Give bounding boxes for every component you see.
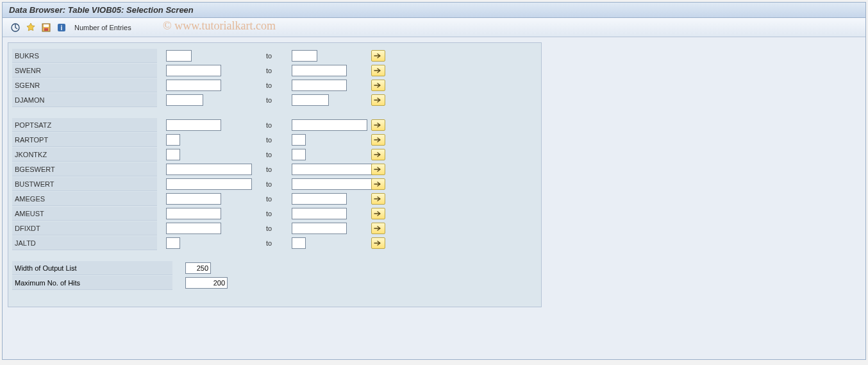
to-label: to (266, 52, 292, 60)
selection-row: BGESWERTto (12, 162, 537, 176)
to-label: to (266, 151, 292, 158)
field-label: JKONTKZ (12, 148, 157, 162)
app-window: Data Browser: Table VIOB05: Selection Sc… (2, 2, 866, 360)
selection-row: RARTOPTto (12, 132, 537, 147)
selection-group-1: BUKRStoSWENRtoSGENRtoDJAMONto (12, 48, 537, 107)
selection-row: JKONTKZto (12, 147, 537, 162)
multiple-selection-button[interactable] (371, 65, 385, 76)
to-label: to (266, 67, 292, 74)
field-label: POPTSATZ (12, 118, 157, 132)
multiple-selection-button[interactable] (371, 119, 385, 131)
selection-row: DJAMONto (12, 92, 537, 107)
selection-row: SWENRto (12, 63, 537, 78)
save-icon[interactable] (40, 21, 53, 34)
page-title: Data Browser: Table VIOB05: Selection Sc… (9, 5, 194, 15)
to-input[interactable] (292, 193, 347, 205)
to-label: to (266, 96, 292, 104)
field-label: BUKRS (12, 49, 157, 63)
title-bar: Data Browser: Table VIOB05: Selection Sc… (3, 3, 865, 18)
to-input[interactable] (292, 149, 306, 160)
to-label: to (266, 210, 292, 217)
hits-input[interactable] (185, 277, 228, 289)
to-input[interactable] (292, 50, 317, 62)
from-input[interactable] (166, 223, 221, 234)
to-label: to (266, 121, 292, 129)
selection-row: AMEGESto (12, 191, 537, 206)
multiple-selection-button[interactable] (371, 80, 385, 91)
to-input[interactable] (292, 208, 347, 219)
from-input[interactable] (166, 80, 221, 91)
width-row: Width of Output List (12, 260, 537, 275)
content-area: BUKRStoSWENRtoSGENRtoDJAMONto POPTSATZto… (3, 37, 865, 312)
from-input[interactable] (166, 134, 180, 146)
multiple-selection-button[interactable] (371, 50, 385, 62)
svg-rect-2 (44, 24, 49, 27)
to-label: to (266, 239, 292, 247)
multiple-selection-button[interactable] (371, 94, 385, 106)
selection-group-2: POPTSATZtoRARTOPTtoJKONTKZtoBGESWERTtoBU… (12, 117, 537, 250)
multiple-selection-button[interactable] (371, 178, 385, 190)
to-label: to (266, 166, 292, 173)
multiple-selection-button[interactable] (371, 208, 385, 219)
multiple-selection-button[interactable] (371, 149, 385, 160)
selection-row: DFIXDTto (12, 221, 537, 235)
from-input[interactable] (166, 164, 252, 175)
from-input[interactable] (166, 65, 221, 76)
to-label: to (266, 195, 292, 203)
width-input[interactable] (185, 262, 211, 274)
to-label: to (266, 81, 292, 89)
to-input[interactable] (292, 178, 378, 190)
watermark-text: © www.tutorialkart.com (163, 19, 276, 33)
to-label: to (266, 136, 292, 144)
selection-panel: BUKRStoSWENRtoSGENRtoDJAMONto POPTSATZto… (8, 42, 542, 307)
output-options-group: Width of Output List Maximum No. of Hits (12, 260, 537, 290)
field-label: DJAMON (12, 93, 157, 107)
info-icon[interactable]: i (55, 21, 68, 34)
multiple-selection-button[interactable] (371, 237, 385, 249)
selection-row: BUSTWERTto (12, 176, 537, 191)
variant-icon[interactable] (24, 21, 37, 34)
to-label: to (266, 225, 292, 232)
from-input[interactable] (166, 119, 221, 131)
field-label: BGESWERT (12, 162, 157, 176)
from-input[interactable] (166, 50, 192, 62)
from-input[interactable] (166, 237, 180, 249)
to-input[interactable] (292, 80, 347, 91)
field-label: DFIXDT (12, 221, 157, 235)
svg-text:i: i (61, 24, 63, 31)
execute-icon[interactable] (9, 21, 22, 34)
hits-label: Maximum No. of Hits (12, 276, 172, 290)
field-label: SGENR (12, 78, 157, 92)
field-label: SWENR (12, 64, 157, 78)
to-label: to (266, 180, 292, 188)
from-input[interactable] (166, 193, 221, 205)
hits-row: Maximum No. of Hits (12, 275, 537, 290)
toolbar: i Number of Entries © www.tutorialkart.c… (3, 18, 865, 37)
selection-row: AMEUSTto (12, 206, 537, 221)
field-label: AMEGES (12, 192, 157, 206)
width-label: Width of Output List (12, 261, 172, 275)
multiple-selection-button[interactable] (371, 223, 385, 234)
selection-row: POPTSATZto (12, 117, 537, 132)
svg-rect-3 (44, 28, 48, 31)
number-of-entries-button[interactable]: Number of Entries (74, 24, 131, 31)
multiple-selection-button[interactable] (371, 193, 385, 205)
to-input[interactable] (292, 237, 306, 249)
from-input[interactable] (166, 178, 252, 190)
field-label: JALTD (12, 236, 157, 250)
to-input[interactable] (292, 65, 347, 76)
from-input[interactable] (166, 149, 180, 160)
to-input[interactable] (292, 119, 367, 131)
to-input[interactable] (292, 223, 347, 234)
to-input[interactable] (292, 94, 329, 106)
multiple-selection-button[interactable] (371, 134, 385, 146)
to-input[interactable] (292, 164, 378, 175)
field-label: RARTOPT (12, 133, 157, 147)
field-label: BUSTWERT (12, 177, 157, 191)
multiple-selection-button[interactable] (371, 164, 385, 175)
field-label: AMEUST (12, 207, 157, 221)
from-input[interactable] (166, 208, 221, 219)
from-input[interactable] (166, 94, 203, 106)
selection-row: BUKRSto (12, 48, 537, 63)
to-input[interactable] (292, 134, 306, 146)
